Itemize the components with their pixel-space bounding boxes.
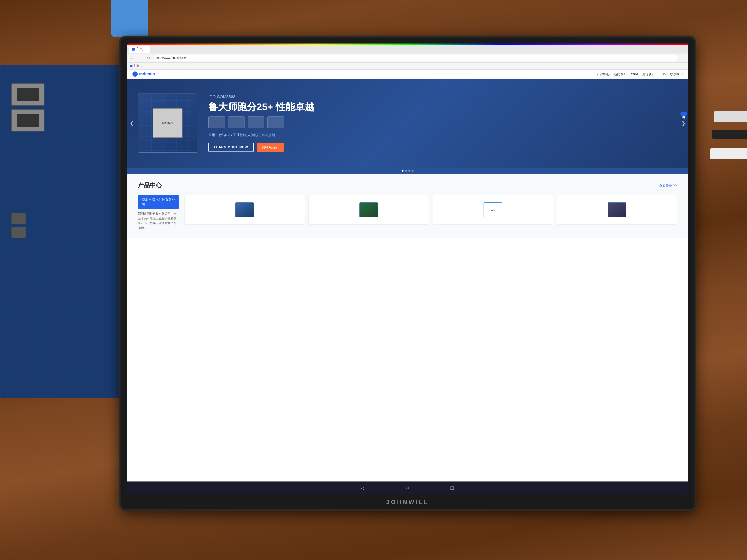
forward-button[interactable]: →	[137, 55, 144, 61]
nav-news[interactable]: 新闻发布	[614, 72, 626, 76]
products-grid: LCD	[184, 195, 677, 230]
sidebar-description: 深圳市润控科技有限公司，专注于高可靠性工业核心板和载板产品，多年专注研发和产品落…	[138, 211, 179, 230]
right-cables	[710, 111, 747, 259]
product-thumb-3	[248, 116, 264, 128]
product-thumb-1	[208, 116, 225, 128]
online-service-widget[interactable]: 在线咨询	[680, 112, 687, 116]
usb-port-2	[11, 227, 26, 238]
browser-tabs: 主页 × +	[127, 45, 688, 54]
website-content: Industio 产品中心 新闻发布 WIKI 开源驱证 市场 联系我们 ❮	[127, 70, 688, 481]
pcb-board	[0, 65, 139, 398]
products-header: 产品中心 查看更多 >>	[138, 181, 677, 189]
learn-more-button[interactable]: LEARN MORE NOW	[208, 143, 254, 152]
bookmark-label: 主页	[133, 64, 139, 68]
ethernet-cable-top	[111, 0, 148, 37]
pcb-chip	[153, 108, 182, 138]
slider-dot-2[interactable]	[405, 170, 407, 172]
eth-port-1	[11, 83, 45, 106]
product-card-4[interactable]	[557, 195, 677, 224]
nav-contact[interactable]: 联系我们	[670, 72, 683, 76]
bookmark-home[interactable]: 主页 ×	[130, 64, 143, 68]
hero-banner: ❮ IDO-SOM3568 鲁大师跑分25+ 性能卓越 应用：智能NV	[127, 79, 688, 167]
android-nav-bar: ◁ ○ □	[127, 481, 688, 495]
new-tab-btn[interactable]: +	[151, 47, 157, 51]
nav-wiki[interactable]: WIKI	[631, 72, 638, 76]
bookmark-icon	[130, 65, 132, 68]
product-thumb-4	[267, 116, 284, 128]
hero-buttons: LEARN MORE NOW 请联系我们	[208, 143, 677, 152]
hero-description: 应用：智能NVR 工业控制 人脸闸机 车载控制	[208, 133, 677, 137]
hero-pcb-image	[138, 94, 197, 153]
product-card-2[interactable]	[308, 195, 429, 224]
monitor-brand-label: JOHNWILL	[386, 499, 429, 506]
reload-button[interactable]: ↻	[145, 55, 152, 61]
usb-ports	[11, 213, 26, 238]
nav-market[interactable]: 市场	[660, 72, 666, 76]
slider-arrow-left[interactable]: ❮	[130, 120, 134, 126]
tab-close-btn[interactable]: ×	[146, 48, 147, 51]
android-back-btn[interactable]: ◁	[359, 484, 367, 492]
ethernet-ports	[11, 83, 45, 132]
browser-tab-home[interactable]: 主页 ×	[129, 46, 150, 53]
site-logo: Industio	[132, 72, 155, 77]
hero-title: 鲁大师跑分25+ 性能卓越	[208, 101, 677, 113]
site-navbar: Industio 产品中心 新闻发布 WIKI 开源驱证 市场 联系我们	[127, 70, 688, 79]
hero-product-id: IDO-SOM3568	[208, 95, 677, 99]
products-layout: 深圳市润控科技有限公司 深圳市润控科技有限公司，专注于高可靠性工业核心板和载板产…	[138, 195, 677, 230]
product-card-3[interactable]: LCD	[433, 195, 553, 224]
sidebar-category-active[interactable]: 深圳市润控科技有限公司	[138, 195, 179, 209]
product-image-4	[608, 203, 626, 217]
tab-title: 主页	[136, 47, 143, 51]
android-recent-btn[interactable]: □	[448, 484, 456, 492]
hero-text: IDO-SOM3568 鲁大师跑分25+ 性能卓越 应用：智能NVR 工业控制 …	[208, 95, 677, 152]
android-home-btn[interactable]: ○	[404, 484, 411, 492]
slider-dot-1[interactable]	[402, 170, 404, 172]
product-image-3: LCD	[484, 203, 502, 217]
back-button[interactable]: ←	[129, 55, 135, 61]
browser-toolbar: ← → ↻ http://www.industio.co/ ⋮	[127, 54, 688, 62]
products-title: 产品中心	[138, 181, 162, 189]
product-image-2	[359, 203, 378, 217]
products-section: 产品中心 查看更多 >> 深圳市润控科技有限公司 深圳市润控科技有限公司，专注于…	[127, 174, 688, 238]
url-text: http://www.industio.co/	[156, 56, 186, 60]
eth-port-2	[11, 109, 45, 132]
monitor-bezel: 主页 × + ← → ↻ http://www.industio.co/ ⋮ 主…	[121, 37, 695, 509]
site-nav-links: 产品中心 新闻发布 WIKI 开源驱证 市场 联系我们	[597, 72, 683, 76]
product-card-1[interactable]	[184, 195, 305, 224]
cable-white-2	[710, 148, 747, 159]
monitor-screen: 主页 × + ← → ↻ http://www.industio.co/ ⋮ 主…	[127, 44, 688, 495]
url-bar[interactable]: http://www.industio.co/	[153, 55, 678, 61]
cable-white-1	[714, 111, 747, 122]
products-sidebar: 深圳市润控科技有限公司 深圳市润控科技有限公司，专注于高可靠性工业核心板和载板产…	[138, 195, 179, 230]
slider-arrow-right[interactable]: ❯	[681, 120, 686, 126]
nav-opensource[interactable]: 开源驱证	[642, 72, 655, 76]
product-thumb-2	[228, 116, 245, 128]
bookmark-bar: 主页 ×	[127, 62, 688, 70]
browser-chrome: 主页 × + ← → ↻ http://www.industio.co/ ⋮ 主…	[127, 45, 688, 70]
browser-menu[interactable]: ⋮	[680, 55, 687, 61]
bookmark-close[interactable]: ×	[141, 64, 143, 68]
contact-button[interactable]: 请联系我们	[257, 143, 284, 152]
slider-dot-4[interactable]	[412, 170, 413, 172]
hero-product-images	[208, 116, 677, 128]
usb-port-1	[11, 213, 26, 224]
slider-dots	[127, 167, 688, 174]
slider-dot-3[interactable]	[408, 170, 410, 172]
cable-black	[712, 130, 747, 139]
product-image-1	[235, 203, 254, 217]
tab-favicon	[132, 48, 135, 51]
products-more-link[interactable]: 查看更多 >>	[659, 183, 677, 188]
nav-products[interactable]: 产品中心	[597, 72, 610, 76]
logo-text: Industio	[139, 72, 155, 77]
